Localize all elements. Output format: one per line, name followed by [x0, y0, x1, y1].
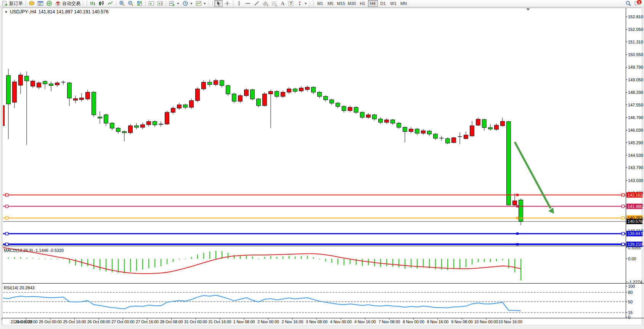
svg-text:2 Nov 16:00: 2 Nov 16:00	[282, 319, 304, 324]
bullish-candle	[190, 101, 194, 108]
bullish-candle	[196, 89, 200, 101]
bullish-candle	[159, 124, 163, 124]
svg-text:150.550: 150.550	[628, 52, 643, 57]
svg-text:25 Oct 00:00: 25 Oct 00:00	[39, 319, 62, 324]
line-handle[interactable]	[6, 232, 8, 235]
price-chart[interactable]: 152.810152.050151.310150.550149.790149.0…	[0, 0, 644, 329]
bearish-candle	[312, 87, 316, 92]
rsi-line	[2, 295, 521, 311]
chart-shift-marker[interactable]	[526, 8, 530, 11]
macd-axis: 0.59550.00-1.2274	[626, 245, 642, 284]
svg-text:2 Nov 00:00: 2 Nov 00:00	[257, 319, 279, 324]
line-handle[interactable]	[622, 232, 625, 235]
bearish-candle	[67, 83, 72, 98]
svg-text:10 Nov 00:00: 10 Nov 00:00	[474, 319, 498, 324]
line-handle[interactable]	[622, 205, 625, 208]
bearish-candle	[482, 119, 487, 127]
bearish-candle	[354, 107, 358, 112]
bullish-candle	[141, 125, 145, 127]
bullish-candle	[0, 106, 5, 126]
line-handle[interactable]	[6, 217, 8, 219]
bullish-candle	[238, 95, 243, 101]
bearish-candle	[379, 119, 383, 123]
bearish-candle	[183, 105, 188, 108]
svg-text:144.530: 144.530	[628, 153, 643, 158]
bullish-candle	[421, 131, 426, 133]
bullish-candle	[86, 92, 90, 99]
bullish-candle	[348, 107, 352, 111]
svg-text:0.00: 0.00	[628, 256, 636, 261]
bullish-candle	[202, 82, 206, 89]
bearish-candle	[342, 106, 346, 111]
chart-title: ▼ USDJPY-,H4 141.814 141.897 140.191 140…	[5, 9, 108, 15]
bullish-candle	[244, 90, 249, 95]
bearish-candle	[257, 99, 261, 106]
svg-text:27 Oct 00:00: 27 Oct 00:00	[111, 319, 134, 324]
svg-text:4 Nov 00:00: 4 Nov 00:00	[330, 319, 352, 324]
macd-signal-line	[2, 247, 521, 274]
svg-text:3 Nov 08:00: 3 Nov 08:00	[306, 319, 328, 324]
bearish-candle	[403, 127, 407, 132]
svg-text:9 Nov 08:00: 9 Nov 08:00	[451, 319, 473, 324]
bearish-candle	[6, 76, 11, 104]
bearish-candle	[25, 76, 29, 81]
line-handle[interactable]	[622, 243, 625, 246]
line-center-handle[interactable]	[516, 194, 519, 196]
price-axis-labels: 142.162141.480140.782139.847139.210140.5…	[626, 192, 642, 247]
bullish-candle	[37, 83, 41, 87]
bearish-candle	[415, 129, 419, 133]
bearish-candle	[434, 134, 438, 138]
one-click-panel-toggle-icon[interactable]: ▼	[5, 10, 8, 14]
svg-text:28 Oct 08:00: 28 Oct 08:00	[160, 319, 183, 324]
svg-text:149.790: 149.790	[628, 65, 643, 69]
bullish-candle	[305, 87, 310, 90]
line-handle[interactable]	[622, 194, 625, 196]
bullish-candle	[147, 121, 151, 124]
bullish-candle	[19, 75, 23, 85]
bearish-candle	[122, 132, 127, 133]
bullish-candle	[476, 119, 480, 125]
bullish-candle	[287, 89, 291, 92]
svg-text:24 Oct 08:00: 24 Oct 08:00	[14, 319, 37, 324]
bearish-candle	[49, 84, 53, 85]
candlesticks	[0, 69, 523, 225]
svg-text:1 Nov 08:00: 1 Nov 08:00	[233, 319, 255, 324]
macd-indicator-label: MACD(12,26,9) -1.1446 -0.5320	[4, 248, 64, 253]
line-center-handle[interactable]	[516, 232, 519, 235]
bearish-candle	[110, 123, 114, 128]
bullish-candle	[214, 81, 218, 85]
bullish-candle	[281, 92, 285, 97]
rsi-pane	[3, 292, 626, 313]
bearish-candle	[446, 139, 450, 143]
svg-text:143.030: 143.030	[628, 178, 643, 183]
arrow-head	[548, 208, 554, 214]
bullish-candle	[74, 98, 78, 100]
price-axis: 152.810152.050151.310150.550149.790149.0…	[626, 15, 643, 233]
bullish-candle	[165, 112, 169, 124]
line-center-handle[interactable]	[516, 243, 519, 245]
bullish-candle	[452, 138, 456, 143]
svg-text:15: 15	[628, 310, 633, 315]
bearish-candle	[226, 85, 230, 94]
line-center-handle[interactable]	[516, 205, 519, 208]
pane-borders	[2, 8, 644, 318]
line-handle[interactable]	[622, 217, 625, 219]
bullish-candle	[128, 126, 133, 132]
bearish-candle	[293, 89, 297, 92]
bullish-candle	[464, 135, 468, 139]
bearish-candle	[488, 127, 493, 129]
svg-text:152.810: 152.810	[628, 15, 643, 19]
horizontal-line-objects[interactable]	[3, 194, 626, 245]
svg-text:139.847: 139.847	[628, 231, 642, 236]
bullish-candle	[31, 81, 35, 86]
bullish-candle	[513, 201, 517, 205]
line-handle[interactable]	[6, 194, 8, 196]
bearish-candle	[92, 92, 96, 115]
line-handle[interactable]	[6, 205, 8, 208]
bullish-candle	[55, 83, 59, 85]
line-center-handle[interactable]	[516, 217, 519, 219]
svg-text:7 Nov 08:00: 7 Nov 08:00	[379, 319, 400, 324]
bearish-candle	[104, 115, 108, 123]
line-handle[interactable]	[6, 243, 8, 246]
bearish-candle	[391, 120, 395, 123]
